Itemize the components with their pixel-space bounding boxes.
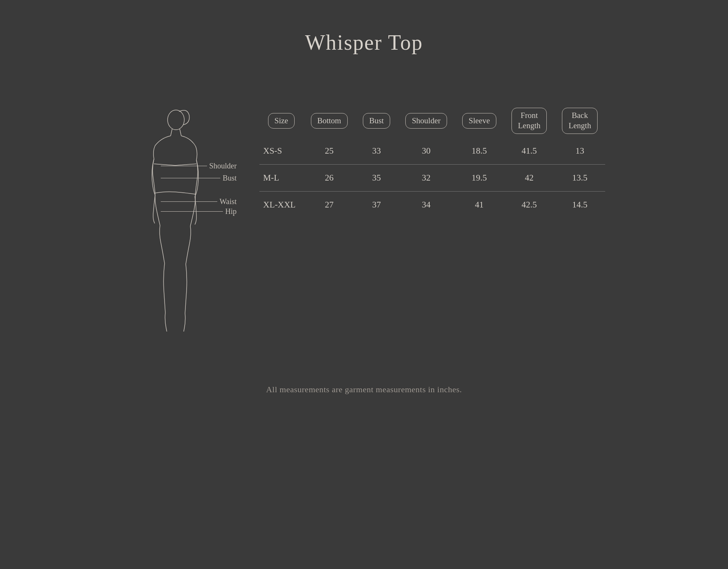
cell-bottom: 25 <box>303 138 355 165</box>
cell-sleeve: 19.5 <box>455 164 504 191</box>
th-sleeve: Sleeve <box>455 104 504 138</box>
cell-size: M-L <box>259 164 303 191</box>
cell-back_length: 13 <box>554 138 605 165</box>
hip-label: Hip <box>223 207 237 216</box>
cell-shoulder: 34 <box>398 191 455 218</box>
footer-note: All measurements are garment measurement… <box>266 385 462 395</box>
th-back-length: BackLength <box>554 104 605 138</box>
shoulder-label-line: Shoulder <box>161 162 237 170</box>
bust-label-line: Bust <box>161 174 237 182</box>
th-shoulder: Shoulder <box>398 104 455 138</box>
cell-back_length: 14.5 <box>554 191 605 218</box>
bust-label: Bust <box>220 174 237 182</box>
cell-front_length: 42.5 <box>504 191 554 218</box>
waist-label: Waist <box>217 197 237 206</box>
cell-front_length: 42 <box>504 164 554 191</box>
table-header-row: Size Bottom Bust Shoulder Sleeve <box>259 104 605 138</box>
cell-bust: 33 <box>355 138 398 165</box>
svg-point-0 <box>168 110 184 130</box>
hip-label-line: Hip <box>161 207 237 216</box>
shoulder-label: Shoulder <box>207 162 237 170</box>
table-row: XS-S25333018.541.513 <box>259 138 605 165</box>
th-front-length: FrontLength <box>504 104 554 138</box>
cell-shoulder: 30 <box>398 138 455 165</box>
cell-sleeve: 41 <box>455 191 504 218</box>
table-row: XL-XXL2737344142.514.5 <box>259 191 605 218</box>
cell-size: XS-S <box>259 138 303 165</box>
th-shoulder-pill: Shoulder <box>405 113 447 129</box>
cell-bottom: 27 <box>303 191 355 218</box>
th-front-length-pill: FrontLength <box>511 108 547 134</box>
svg-line-1 <box>171 129 172 136</box>
figure-section: Shoulder Bust Waist Hip <box>123 104 237 332</box>
cell-bust: 37 <box>355 191 398 218</box>
th-size: Size <box>259 104 303 138</box>
cell-back_length: 13.5 <box>554 164 605 191</box>
waist-label-line: Waist <box>161 197 237 206</box>
th-sleeve-pill: Sleeve <box>462 113 496 129</box>
table-section: Size Bottom Bust Shoulder Sleeve <box>259 104 605 218</box>
th-bottom: Bottom <box>303 104 355 138</box>
cell-bottom: 26 <box>303 164 355 191</box>
cell-size: XL-XXL <box>259 191 303 218</box>
th-bottom-pill: Bottom <box>311 113 348 129</box>
svg-line-2 <box>180 129 181 136</box>
th-size-pill: Size <box>268 113 295 129</box>
th-bust-pill: Bust <box>363 113 391 129</box>
th-back-length-pill: BackLength <box>562 108 597 134</box>
cell-bust: 35 <box>355 164 398 191</box>
cell-front_length: 41.5 <box>504 138 554 165</box>
cell-shoulder: 32 <box>398 164 455 191</box>
body-silhouette <box>134 104 206 332</box>
th-bust: Bust <box>355 104 398 138</box>
table-row: M-L26353219.54213.5 <box>259 164 605 191</box>
cell-sleeve: 18.5 <box>455 138 504 165</box>
page-title: Whisper Top <box>305 30 423 55</box>
size-table: Size Bottom Bust Shoulder Sleeve <box>259 104 605 218</box>
main-content: Shoulder Bust Waist Hip Size Bottom <box>123 104 605 332</box>
